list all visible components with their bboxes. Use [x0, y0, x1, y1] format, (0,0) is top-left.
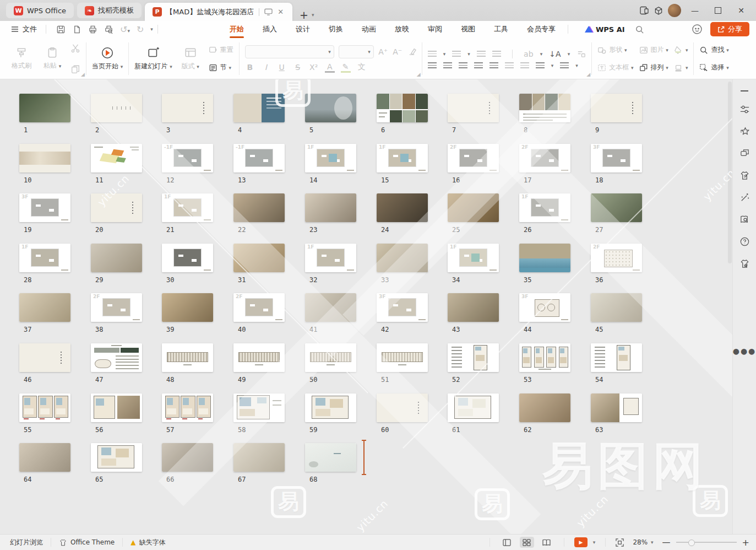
properties-sliders-icon[interactable] — [739, 104, 750, 115]
align-left-icon[interactable] — [428, 62, 437, 68]
redo-icon[interactable]: ↻ — [137, 24, 144, 35]
play-options-chevron-icon[interactable]: ▾ — [593, 540, 596, 545]
slide-sorter-canvas[interactable]: 1234567891011-1F12-1F131F141F152F162F173… — [0, 79, 732, 534]
justify-icon[interactable] — [474, 62, 483, 68]
slide-thumbnail[interactable] — [162, 343, 213, 372]
slide-thumbnail[interactable] — [305, 443, 356, 472]
slide-thumbnail[interactable] — [305, 393, 356, 422]
slide-thumbnail[interactable]: 1F — [162, 193, 213, 222]
present-mode-icon[interactable] — [264, 8, 273, 15]
slide-thumbnail[interactable] — [519, 393, 570, 422]
slide-thumbnail[interactable]: 2F — [519, 144, 570, 172]
slide-thumbnail[interactable] — [448, 193, 499, 222]
reset-slide-button[interactable]: 重置 — [209, 44, 233, 57]
menu-tab-切换[interactable]: 切换 — [328, 21, 344, 37]
arrange-button[interactable]: 排列 ▾ — [639, 61, 668, 74]
slide-thumbnail[interactable] — [377, 94, 428, 122]
slide-thumbnail[interactable] — [162, 443, 213, 472]
cut-icon[interactable] — [70, 44, 80, 53]
zoom-out-button[interactable]: — — [662, 537, 671, 547]
slide-thumbnail[interactable] — [162, 94, 213, 122]
vertical-scrollbar-thumb[interactable] — [728, 82, 732, 263]
slide-thumbnail[interactable] — [233, 443, 285, 472]
switch-shapes-icon[interactable] — [739, 148, 750, 159]
slide-thumbnail[interactable] — [91, 193, 142, 222]
slide-thumbnail[interactable] — [305, 193, 356, 222]
user-avatar[interactable] — [668, 4, 681, 17]
slide-thumbnail[interactable] — [519, 94, 570, 122]
slide-thumbnail[interactable]: -1F — [162, 144, 213, 172]
picture-button[interactable]: 图片 ▾ — [639, 44, 668, 57]
slide-thumbnail[interactable] — [19, 144, 70, 172]
text-direction-button[interactable]: ab — [524, 50, 534, 58]
slide-thumbnail[interactable] — [162, 393, 213, 422]
3d-cube-icon[interactable] — [654, 6, 663, 15]
shape-outline-button[interactable]: ▾ — [674, 61, 688, 74]
slide-thumbnail[interactable] — [233, 393, 285, 422]
help-icon[interactable] — [739, 236, 750, 247]
clipboard-dialog-launcher-icon[interactable]: ◢ — [81, 72, 85, 77]
vertical-align-icon[interactable] — [560, 62, 569, 68]
italic-button[interactable]: I — [261, 63, 271, 72]
layout-button[interactable]: 版式 ▾ — [178, 46, 203, 71]
menu-tab-工具[interactable]: 工具 — [493, 21, 509, 37]
slide-thumbnail[interactable] — [19, 393, 70, 422]
paste-button[interactable]: ​粘贴 ▾ — [40, 47, 65, 71]
print-preview-icon[interactable] — [104, 25, 113, 34]
shapes-button[interactable]: 形状 ▾ — [597, 44, 633, 57]
slide-thumbnail[interactable]: 1F — [519, 193, 570, 222]
slide-thumbnail[interactable]: 1F — [448, 244, 499, 272]
slide-thumbnail[interactable] — [519, 244, 570, 272]
zoom-in-button[interactable]: + — [742, 537, 749, 548]
section-button[interactable]: 节 ▾ — [209, 61, 233, 74]
slide-thumbnail[interactable] — [233, 244, 285, 272]
shape-fill-button[interactable]: ▾ — [674, 44, 688, 57]
play-from-current-button[interactable]: 当页开始 ▾ — [92, 46, 123, 71]
font-dialog-launcher-icon[interactable]: ◢ — [417, 72, 421, 77]
menu-tab-放映[interactable]: 放映 — [394, 21, 410, 37]
minimize-button[interactable]: — — [686, 2, 704, 19]
menu-tab-开始[interactable]: 开始 — [229, 21, 245, 37]
docer-theme-icon[interactable] — [739, 170, 750, 181]
close-window-button[interactable]: ✕ — [732, 2, 750, 19]
slide-thumbnail[interactable] — [591, 393, 642, 422]
close-tab-icon[interactable]: ✕ — [276, 8, 285, 16]
slide-thumbnail[interactable] — [233, 94, 285, 122]
file-menu-button[interactable]: 文件 — [7, 24, 41, 34]
bold-button[interactable]: B — [245, 63, 255, 72]
slide-thumbnail[interactable] — [91, 393, 142, 422]
slide-thumbnail[interactable] — [91, 343, 142, 372]
slide-thumbnail[interactable]: 1F — [19, 244, 70, 272]
vertical-text-button[interactable]: ↓A — [549, 50, 561, 58]
slide-thumbnail[interactable] — [91, 144, 142, 172]
slide-thumbnail[interactable] — [591, 343, 642, 372]
slide-thumbnail[interactable] — [591, 94, 642, 122]
slide-thumbnail[interactable] — [162, 293, 213, 322]
menu-tab-设计[interactable]: 设计 — [295, 21, 311, 37]
textbox-button[interactable]: 文本框 ▾ — [597, 61, 633, 74]
slide-thumbnail[interactable] — [19, 443, 70, 472]
new-tab-button[interactable]: + — [300, 9, 308, 21]
align-right-icon[interactable] — [459, 62, 467, 68]
clear-format-icon[interactable] — [407, 47, 416, 56]
slide-thumbnail[interactable]: 2F — [233, 293, 285, 322]
reading-view-button[interactable] — [540, 537, 554, 548]
effects-star-icon[interactable] — [739, 126, 750, 137]
slide-thumbnail[interactable] — [91, 94, 142, 122]
menu-tab-视图[interactable]: 视图 — [460, 21, 476, 37]
distribute-text-icon[interactable] — [490, 62, 498, 68]
layout-switch-icon[interactable] — [639, 6, 649, 15]
line-spacing-icon[interactable] — [536, 62, 545, 68]
undo-icon[interactable]: ↺▾ — [120, 24, 130, 35]
magic-wand-icon[interactable] — [739, 192, 750, 203]
underline-button[interactable]: U — [277, 63, 287, 72]
smartart-convert-icon[interactable] — [576, 49, 586, 58]
slideshow-play-button[interactable]: ▶ — [574, 537, 588, 547]
slide-thumbnail[interactable]: 2F — [448, 144, 499, 172]
slide-thumbnail[interactable] — [305, 94, 356, 122]
missing-fonts-warning[interactable]: ▲ 缺失字体 — [127, 538, 168, 547]
menu-tab-会员专享[interactable]: 会员专享 — [526, 21, 557, 37]
more-options-icon[interactable]: ●●● — [733, 347, 756, 355]
slide-thumbnail[interactable] — [233, 193, 285, 222]
font-size-select[interactable]: ▾ — [339, 45, 374, 58]
